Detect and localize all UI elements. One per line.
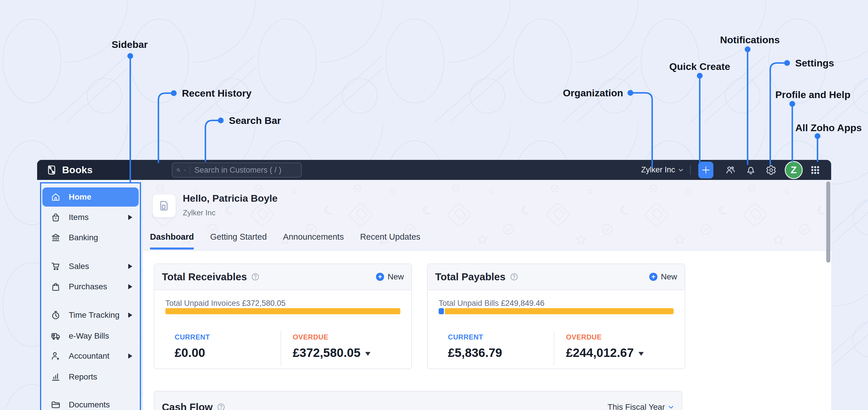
total-payables-card: Total Payables + New Total Unpaid Bills … [427, 263, 685, 369]
users-button[interactable] [721, 161, 740, 179]
annotation-profile-and-help: Profile and Help [775, 89, 850, 100]
submenu-arrow-icon [128, 284, 132, 289]
current-bar-segment [439, 308, 444, 314]
avatar-initial: Z [791, 164, 797, 176]
sidebar-item-reports[interactable]: Reports [42, 367, 139, 386]
submenu-arrow-icon [128, 313, 132, 318]
annotation-all-zoho-apps: All Zoho Apps [795, 122, 862, 133]
quick-create-button[interactable] [698, 162, 713, 179]
users-icon [725, 165, 736, 175]
dashboard-hero: Hello, Patricia Boyle Zylker Inc Dashboa… [143, 180, 831, 251]
sidebar-item-eway-bills[interactable]: e-Way Bills [42, 326, 139, 346]
caret-down-icon [639, 352, 644, 356]
help-icon[interactable] [510, 273, 519, 281]
submenu-arrow-icon [128, 353, 132, 359]
sidebar-item-banking[interactable]: Banking [42, 228, 139, 247]
search-icon [176, 166, 181, 175]
annotation-notifications: Notifications [720, 34, 780, 45]
tab-getting-started[interactable]: Getting Started [210, 232, 267, 250]
sidebar-item-label: Sales [69, 262, 89, 271]
fiscal-year-filter[interactable]: This Fiscal Year [608, 403, 674, 410]
sidebar-item-label: Accountant [69, 351, 110, 361]
profile-avatar[interactable]: Z [785, 161, 803, 179]
annotation-organization: Organization [563, 87, 623, 99]
apps-grid-icon [809, 164, 821, 176]
sidebar-item-items[interactable]: Items [42, 208, 139, 227]
kpi-divider [281, 331, 281, 366]
sidebar: Home Items Banking Sales Purchases Time … [40, 180, 141, 410]
card-kpis: CURRENT £5,836.79 OVERDUE £244,012.67 [428, 326, 685, 369]
dashboard-tabs: Dashboard Getting Started Announcements … [150, 232, 421, 250]
card-header: Total Payables + New [428, 264, 685, 290]
help-icon[interactable] [217, 403, 225, 410]
sidebar-item-purchases[interactable]: Purchases [42, 277, 139, 296]
tab-recent-updates[interactable]: Recent Updates [360, 232, 421, 250]
annotation-sidebar: Sidebar [112, 39, 148, 50]
sidebar-item-label: Items [69, 213, 89, 222]
overdue-kpi: OVERDUE £244,012.67 [566, 333, 644, 360]
all-apps-button[interactable] [806, 161, 824, 179]
sidebar-item-label: e-Way Bills [69, 332, 109, 341]
search-scope-chevron-icon[interactable] [183, 167, 186, 173]
vertical-scrollbar[interactable] [826, 181, 830, 262]
receivables-progress-bar [165, 308, 400, 314]
settings-button[interactable] [762, 161, 780, 179]
overdue-value-dropdown[interactable]: £372,580.05 [293, 346, 370, 360]
bank-icon [51, 233, 61, 243]
sidebar-item-label: Reports [69, 372, 97, 382]
shopping-bag-icon [51, 282, 61, 292]
sidebar-item-documents[interactable]: Documents [42, 395, 139, 410]
unpaid-summary: Total Unpaid Bills £249,849.46 [439, 299, 545, 308]
product-name: Books [62, 164, 93, 176]
plus-icon [701, 165, 711, 175]
chevron-down-icon [678, 167, 684, 173]
sidebar-item-sales[interactable]: Sales [42, 257, 139, 276]
help-icon[interactable] [251, 273, 260, 281]
accountant-icon [51, 351, 61, 361]
new-bill-button[interactable]: + New [649, 272, 677, 281]
annotation-settings: Settings [795, 58, 834, 69]
annotation-search-bar: Search Bar [229, 115, 281, 126]
sidebar-item-label: Banking [69, 233, 98, 242]
card-header: Total Receivables + New [154, 264, 411, 290]
cash-flow-card: Cash Flow This Fiscal Year [154, 391, 682, 410]
folder-icon [51, 400, 61, 410]
card-title: Total Payables [435, 271, 506, 283]
new-invoice-button[interactable]: + New [376, 272, 404, 281]
unpaid-summary: Total Unpaid Invoices £372,580.05 [165, 299, 285, 308]
card-title: Cash Flow [162, 401, 213, 410]
org-avatar-tile [152, 194, 176, 218]
search-input[interactable] [194, 166, 297, 175]
bell-icon [746, 165, 756, 175]
kpi-divider [554, 331, 554, 366]
notifications-button[interactable] [742, 161, 760, 179]
overdue-bar-segment [445, 308, 674, 314]
annotation-quick-create: Quick Create [669, 61, 730, 72]
card-body: Total Unpaid Invoices £372,580.05 [154, 290, 411, 326]
greeting-text: Hello, Patricia Boyle [183, 193, 278, 204]
sidebar-item-home[interactable]: Home [42, 187, 139, 207]
current-kpi: CURRENT £5,836.79 [448, 333, 502, 360]
plus-icon: + [649, 273, 657, 281]
current-kpi: CURRENT £0.00 [175, 333, 210, 360]
tab-announcements[interactable]: Announcements [283, 232, 344, 250]
organization-switcher[interactable]: Zylker Inc [641, 165, 690, 175]
payables-progress-bar [439, 308, 674, 314]
organization-name: Zylker Inc [641, 165, 675, 175]
sidebar-item-time-tracking[interactable]: Time Tracking [42, 306, 139, 325]
bar-chart-icon [51, 372, 61, 382]
total-receivables-card: Total Receivables + New Total Unpaid Inv… [154, 263, 412, 369]
truck-icon [51, 331, 61, 341]
main-content: Hello, Patricia Boyle Zylker Inc Dashboa… [143, 180, 831, 410]
gear-icon [766, 165, 776, 175]
search-divider [190, 166, 190, 175]
sidebar-item-accountant[interactable]: Accountant [42, 346, 139, 366]
tab-dashboard[interactable]: Dashboard [150, 232, 194, 250]
chevron-down-icon [668, 404, 674, 410]
overdue-value-dropdown[interactable]: £244,012.67 [566, 346, 644, 360]
global-search [172, 162, 302, 178]
brand-block[interactable]: Books [37, 160, 130, 180]
submenu-arrow-icon [128, 215, 132, 220]
navbar-divider [690, 165, 691, 175]
items-icon [51, 212, 61, 222]
